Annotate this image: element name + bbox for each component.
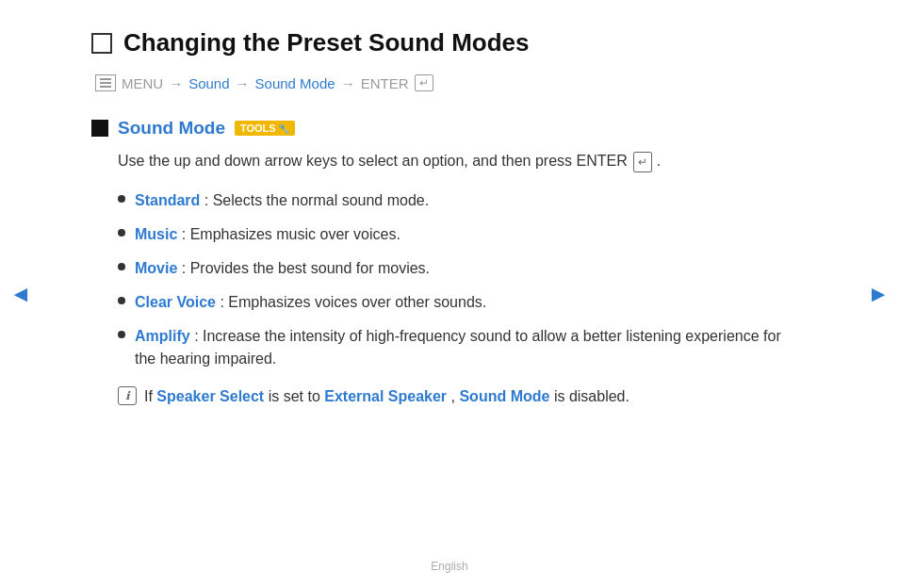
bullet-dot xyxy=(118,331,125,338)
arrow-2: → xyxy=(236,75,250,91)
list-item: Clear Voice : Emphasizes voices over oth… xyxy=(118,291,798,314)
list-item: Amplify : Increase the intensity of high… xyxy=(118,325,798,370)
note-text: If Speaker Select is set to External Spe… xyxy=(144,385,629,408)
checkbox-icon xyxy=(91,33,112,54)
term-standard: Standard xyxy=(135,192,200,208)
term-amplify: Amplify xyxy=(135,328,190,344)
bullet-dot xyxy=(118,263,125,270)
list-item: Music : Emphasizes music over voices. xyxy=(118,223,798,246)
arrow-3: → xyxy=(341,75,355,91)
note-link-sound-mode: Sound Mode xyxy=(459,388,549,404)
term-movie: Movie xyxy=(135,260,177,276)
menu-path: MENU → Sound → Sound Mode → ENTER ↵ xyxy=(95,74,798,91)
enter-icon: ↵ xyxy=(415,74,433,91)
enter-inline-icon: ↵ xyxy=(633,152,652,172)
tools-label: TOOLS xyxy=(240,122,276,134)
sound-mode-link[interactable]: Sound Mode xyxy=(255,75,335,91)
note-icon: ℹ xyxy=(118,386,137,405)
term-music: Music xyxy=(135,226,177,242)
nav-right-button[interactable]: ► xyxy=(867,282,890,307)
bullet-dot xyxy=(118,195,125,203)
menu-label: MENU xyxy=(122,75,163,91)
list-item-content: Standard : Selects the normal sound mode… xyxy=(135,189,429,212)
desc-standard: : Selects the normal sound mode. xyxy=(204,192,429,208)
note-link-external-speaker: External Speaker xyxy=(324,388,447,404)
note-row: ℹ If Speaker Select is set to External S… xyxy=(118,385,798,408)
page-title-row: Changing the Preset Sound Modes xyxy=(91,28,798,57)
section-header: Sound Mode TOOLS 🔧 xyxy=(91,118,798,139)
desc-movie: : Provides the best sound for movies. xyxy=(182,260,430,276)
note-link-speaker-select: Speaker Select xyxy=(156,388,264,404)
list-item-content: Movie : Provides the best sound for movi… xyxy=(135,257,430,280)
term-clear-voice: Clear Voice xyxy=(135,294,216,310)
desc-clear-voice: : Emphasizes voices over other sounds. xyxy=(220,294,486,310)
bullet-dot xyxy=(118,297,125,304)
footer-language: English xyxy=(431,560,467,573)
bullet-list: Standard : Selects the normal sound mode… xyxy=(118,189,798,370)
list-item-content: Amplify : Increase the intensity of high… xyxy=(135,325,798,370)
desc-music: : Emphasizes music over voices. xyxy=(182,226,400,242)
sound-link[interactable]: Sound xyxy=(188,75,229,91)
tools-badge: TOOLS 🔧 xyxy=(235,121,295,136)
section-title: Sound Mode xyxy=(118,118,225,139)
description-text: Use the up and down arrow keys to select… xyxy=(118,153,628,169)
arrow-1: → xyxy=(169,75,183,91)
enter-label: ENTER xyxy=(361,75,409,91)
page-title: Changing the Preset Sound Modes xyxy=(123,28,529,57)
list-item: Standard : Selects the normal sound mode… xyxy=(118,189,798,212)
tools-icon-symbol: 🔧 xyxy=(278,123,289,134)
description-end: . xyxy=(657,153,661,169)
note-text-1: If xyxy=(144,388,156,404)
nav-left-button[interactable]: ◄ xyxy=(9,282,32,307)
section-description: Use the up and down arrow keys to select… xyxy=(118,150,798,172)
note-text-2: is set to xyxy=(269,388,325,404)
menu-icon xyxy=(95,74,116,91)
list-item-content: Music : Emphasizes music over voices. xyxy=(135,223,400,246)
list-item: Movie : Provides the best sound for movi… xyxy=(118,257,798,280)
bullet-dot xyxy=(118,229,125,237)
section-square-icon xyxy=(91,120,108,137)
note-text-4: is disabled. xyxy=(554,388,629,404)
desc-amplify: : Increase the intensity of high-frequen… xyxy=(135,328,781,367)
list-item-content: Clear Voice : Emphasizes voices over oth… xyxy=(135,291,486,314)
